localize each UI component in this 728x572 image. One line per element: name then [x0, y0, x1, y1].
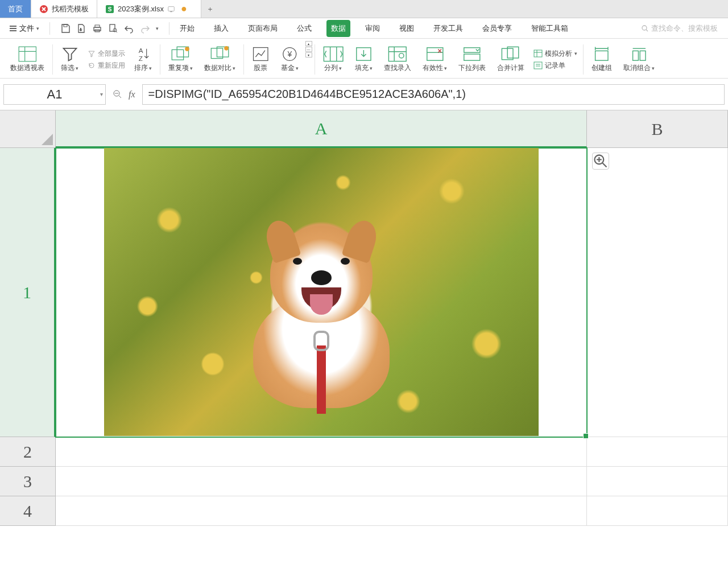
chevron-down-icon: ▾ — [370, 65, 373, 71]
separator — [583, 44, 584, 75]
filter-button[interactable]: 筛选▾ — [55, 41, 84, 78]
menu-member[interactable]: 会员专享 — [478, 20, 516, 37]
cell-B2[interactable] — [587, 437, 728, 467]
chevron-down-icon[interactable]: ▾ — [100, 91, 103, 97]
formula-bar-tools: fx — [109, 89, 139, 100]
spinner-up[interactable]: ▴ — [305, 41, 312, 46]
svg-rect-36 — [632, 51, 638, 60]
zoom-out-icon[interactable] — [113, 89, 123, 100]
formula-input[interactable]: =DISPIMG("ID_A65954C20B1D4644BCE9512ACE3… — [142, 84, 725, 105]
row-header-3[interactable]: 3 — [0, 467, 55, 496]
record-form-button[interactable]: 记录单 — [533, 61, 577, 71]
menu-smart[interactable]: 智能工具箱 — [527, 20, 573, 37]
file-status: ● — [167, 3, 193, 15]
pivot-label: 数据透视表 — [10, 63, 44, 73]
svg-point-11 — [642, 26, 647, 30]
spreadsheet-icon: S — [105, 5, 114, 14]
column-header-B[interactable]: B — [587, 110, 728, 147]
export-icon[interactable] — [76, 23, 86, 34]
tab-home-label: 首页 — [8, 4, 23, 14]
cell-B3[interactable] — [587, 467, 728, 496]
cell-A4[interactable] — [56, 496, 587, 526]
svg-point-17 — [185, 47, 189, 51]
menu-insert[interactable]: 插入 — [209, 20, 233, 37]
command-search[interactable]: 查找命令、搜索模板 — [641, 23, 723, 34]
tab-home[interactable]: 首页 — [0, 0, 31, 18]
chevron-down-icon: ▾ — [36, 26, 39, 31]
sort-button[interactable]: AZ排序▾ — [129, 41, 158, 78]
dog-illustration — [242, 215, 401, 408]
spinner-down[interactable]: ▾ — [305, 52, 312, 57]
menu-start[interactable]: 开始 — [175, 20, 199, 37]
row-header-1[interactable]: 1 — [0, 148, 55, 437]
hamburger-icon — [9, 24, 17, 32]
validity-button[interactable]: 有效性▾ — [417, 41, 453, 78]
svg-text:S: S — [108, 6, 112, 13]
menu-formula[interactable]: 公式 — [292, 20, 316, 37]
spinner-mid[interactable]: — — [305, 47, 312, 52]
compare-button[interactable]: 数据对比▾ — [198, 41, 241, 78]
zoom-image-button[interactable] — [592, 153, 609, 170]
fund-button[interactable]: ¥基金▾ — [275, 41, 304, 78]
pivot-table-button[interactable]: 数据透视表 — [5, 41, 50, 78]
data-type-spinner: ▴—▾ — [305, 41, 312, 78]
row-header-4[interactable]: 4 — [0, 496, 55, 526]
chevron-down-icon: ▾ — [296, 65, 299, 71]
svg-rect-4 — [170, 11, 172, 12]
file-menu-button[interactable]: 文件 ▾ — [5, 21, 44, 36]
svg-rect-34 — [534, 62, 542, 69]
chevron-down-icon: ▾ — [444, 65, 447, 71]
file-menu-label: 文件 — [19, 23, 34, 34]
embedded-image[interactable] — [104, 148, 539, 436]
duplicates-button[interactable]: 重复项▾ — [163, 41, 198, 78]
add-tab-button[interactable]: ＋ — [201, 0, 220, 18]
formula-bar: A1 ▾ fx =DISPIMG("ID_A65954C20B1D4644BCE… — [0, 79, 728, 110]
svg-rect-29 — [464, 48, 480, 52]
document-tabs: 首页 找稻壳模板 S 2023案例.xlsx ● ＋ — [0, 0, 728, 18]
tab-current-file[interactable]: S 2023案例.xlsx ● — [97, 0, 201, 18]
svg-text:¥: ¥ — [287, 50, 292, 59]
ribbon-data: 数据透视表 筛选▾ 全部显示 重新应用 AZ排序▾ 重复项▾ 数据对比▾ 股票 … — [0, 39, 728, 79]
split-button[interactable]: 分列▾ — [317, 41, 349, 78]
redo-icon[interactable] — [140, 23, 150, 34]
simulation-button[interactable]: 模拟分析▾ — [533, 49, 577, 59]
ungroup-button[interactable]: 取消组合▾ — [618, 41, 660, 78]
separator — [160, 44, 160, 75]
dropdown-list-button[interactable]: 下拉列表 — [453, 41, 491, 78]
preview-icon[interactable] — [108, 23, 118, 34]
row-header-2[interactable]: 2 — [0, 437, 55, 467]
separator — [52, 44, 53, 75]
menubar: 文件 ▾ ▾ 开始 插入 页面布局 公式 数据 审阅 视图 开发工具 会员专享 … — [0, 18, 728, 39]
consolidate-button[interactable]: 合并计算 — [491, 41, 530, 78]
undo-icon[interactable] — [124, 23, 134, 34]
menu-review[interactable]: 审阅 — [361, 20, 384, 37]
select-all-corner[interactable] — [0, 110, 56, 148]
cell-A2[interactable] — [56, 437, 587, 467]
sim-icon — [533, 50, 543, 57]
menu-view[interactable]: 视图 — [395, 20, 419, 37]
menu-data[interactable]: 数据 — [326, 20, 350, 37]
column-header-A[interactable]: A — [56, 110, 587, 147]
cell-B1[interactable] — [587, 148, 728, 437]
tab-templates[interactable]: 找稻壳模板 — [31, 0, 97, 18]
separator — [49, 22, 50, 35]
group-button[interactable]: 创建组 — [586, 41, 618, 78]
qat-more-icon[interactable]: ▾ — [156, 26, 159, 31]
lookup-button[interactable]: 查找录入 — [378, 41, 417, 78]
cloud-icon[interactable] — [167, 5, 175, 13]
menu-dev[interactable]: 开发工具 — [429, 20, 468, 37]
reapply-button[interactable]: 重新应用 — [88, 61, 125, 71]
cell-A1[interactable] — [56, 148, 587, 437]
fx-icon[interactable]: fx — [129, 89, 135, 100]
save-icon[interactable] — [60, 23, 71, 34]
name-box[interactable]: A1 ▾ — [3, 84, 106, 105]
print-icon[interactable] — [92, 23, 102, 34]
fill-button[interactable]: 填充▾ — [349, 41, 378, 78]
cell-B4[interactable] — [587, 496, 728, 526]
stock-button[interactable]: 股票 — [246, 41, 275, 78]
show-all-button[interactable]: 全部显示 — [88, 49, 125, 59]
svg-text:A: A — [138, 47, 143, 54]
separator — [243, 44, 244, 75]
menu-layout[interactable]: 页面布局 — [243, 20, 282, 37]
cell-A3[interactable] — [56, 467, 587, 496]
